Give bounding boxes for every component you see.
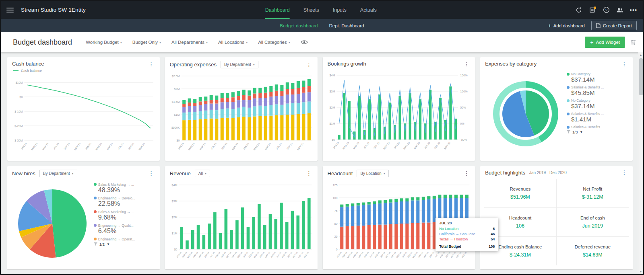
location-dropdown[interactable]: By Location▾ xyxy=(357,170,388,177)
svg-text:SEP 20: SEP 20 xyxy=(433,142,441,150)
trash-icon[interactable] xyxy=(631,39,636,45)
refresh-icon[interactable] xyxy=(575,6,583,14)
svg-text:NOV 20: NOV 20 xyxy=(444,142,451,150)
legend-pager[interactable]: 1/2 ▼ xyxy=(94,242,155,246)
more-icon[interactable]: ••• xyxy=(630,6,638,14)
svg-text:NOV 19: NOV 19 xyxy=(231,251,237,258)
filter-locations[interactable]: All Locations▾ xyxy=(218,40,248,45)
filter-bar: Working Budget▾ Budget Only▾ All Departm… xyxy=(86,40,290,45)
nav-tab-dashboard[interactable]: Dashboard xyxy=(265,1,290,19)
chevron-down-icon: ▾ xyxy=(246,41,248,44)
widget-menu-icon[interactable]: ⋮ xyxy=(148,61,155,67)
app-title: Stream Studio SW 1Entity xyxy=(21,7,86,13)
legend-label: Cash balance xyxy=(21,69,42,73)
svg-text:50%: 50% xyxy=(460,106,466,109)
department-dropdown[interactable]: By Department▾ xyxy=(39,170,77,177)
svg-text:$500K: $500K xyxy=(171,126,180,129)
svg-text:125: 125 xyxy=(332,183,337,187)
svg-text:JAN 20: JAN 20 xyxy=(242,251,248,258)
visibility-eye-icon[interactable] xyxy=(301,40,308,45)
legend-entry-value: $37.14M xyxy=(571,76,628,83)
add-dashboard-button[interactable]: + Add dashboard xyxy=(548,23,585,29)
svg-text:$4M: $4M xyxy=(329,74,335,77)
svg-text:$1.5M: $1.5M xyxy=(171,101,180,104)
widget-title: Expenses by category xyxy=(485,61,537,67)
widget-bookings-growth: Bookings growth ⋮ $0$1M$2M$3M$4MJAN 19MA… xyxy=(323,57,475,161)
svg-text:NOV 20: NOV 20 xyxy=(297,251,304,258)
widget-menu-icon[interactable]: ⋮ xyxy=(305,170,313,176)
chart-tooltip: JUL 20 No Location6 California → San Jos… xyxy=(436,218,498,251)
widget-menu-icon[interactable]: ⋮ xyxy=(305,62,313,68)
scope-dropdown[interactable]: All▾ xyxy=(195,170,210,177)
tab-budget-dashboard[interactable]: Budget dashboard xyxy=(280,23,318,28)
widget-menu-icon[interactable]: ⋮ xyxy=(621,170,628,175)
scrollbar-track[interactable] xyxy=(638,57,643,269)
legend-entry-label: Engineering → Operat... xyxy=(94,237,155,241)
svg-text:$-30M: $-30M xyxy=(14,139,23,142)
filter-budget-only[interactable]: Budget Only▾ xyxy=(132,40,161,45)
create-report-button[interactable]: Create Report xyxy=(591,21,637,30)
tooltip-total-row: Total Budget106 xyxy=(439,243,495,248)
pie-legend: Sales & Marketing → ... 48.39% Engineeri… xyxy=(94,179,155,268)
metric-cell: Revenues$51.96M xyxy=(484,179,556,208)
add-widget-button[interactable]: + Add Widget xyxy=(585,37,625,48)
filter-working-budget[interactable]: Working Budget▾ xyxy=(86,40,122,45)
widget-menu-icon[interactable]: ⋮ xyxy=(463,61,470,67)
filter-categories[interactable]: All Categories▾ xyxy=(258,40,290,45)
svg-text:$0: $0 xyxy=(20,96,23,99)
main-nav: Dashboard Sheets Inputs Actuals xyxy=(265,1,377,19)
legend-pager[interactable]: 1/3 ▼ xyxy=(567,130,628,134)
svg-text:$2.5M: $2.5M xyxy=(171,75,180,78)
widget-title: Operating expenses xyxy=(170,62,217,68)
svg-text:MAR 19: MAR 19 xyxy=(186,251,193,258)
metric-cell: Deferred revenue$14.63M xyxy=(557,237,629,266)
chart-legend: Cash balance xyxy=(7,68,160,73)
svg-text:APR 20: APR 20 xyxy=(259,251,265,258)
pager-down-icon[interactable]: ▼ xyxy=(580,130,583,134)
legend-dot xyxy=(567,73,570,76)
help-icon[interactable]: ? xyxy=(602,6,610,14)
filter-departments[interactable]: All Departments▾ xyxy=(171,40,208,45)
tasks-icon[interactable] xyxy=(588,6,597,14)
tab-dept-dashboard[interactable]: Dept. Dashboard xyxy=(329,23,364,28)
nav-tab-actuals[interactable]: Actuals xyxy=(360,1,377,19)
svg-text:$-20M: $-20M xyxy=(14,125,23,128)
scroll-down-icon[interactable]: ▼ xyxy=(640,269,642,274)
dashboard-toolbar: Budget dashboard Working Budget▾ Budget … xyxy=(1,32,643,52)
page-title: Budget dashboard xyxy=(13,38,72,47)
widget-expenses-by-category: Expenses by category ⋮ No Category $37.1… xyxy=(480,57,633,161)
widget-title: Bookings growth xyxy=(328,61,366,67)
svg-text:APR 19: APR 19 xyxy=(192,251,199,258)
widget-menu-icon[interactable]: ⋮ xyxy=(463,170,470,176)
plus-icon: + xyxy=(548,23,551,29)
svg-text:50: 50 xyxy=(334,222,337,225)
scrollbar-thumb[interactable] xyxy=(639,58,643,95)
department-dropdown[interactable]: By Department▾ xyxy=(221,61,258,68)
widget-menu-icon[interactable]: ⋮ xyxy=(148,170,155,176)
nav-tab-sheets[interactable]: Sheets xyxy=(303,1,319,19)
tooltip-row: California → San Jose46 xyxy=(439,232,495,236)
legend-entry-label: No Category xyxy=(567,72,628,76)
svg-text:MAY 20: MAY 20 xyxy=(413,142,421,150)
widget-revenue: Revenue All▾ ⋮ $0$1M$2M$3M$4MJAN 19FEB 1… xyxy=(165,166,318,270)
vertical-scrollbar[interactable]: ▲ ▼ xyxy=(638,52,643,274)
users-icon[interactable] xyxy=(616,6,624,14)
svg-text:JUL 20: JUL 20 xyxy=(118,142,124,150)
svg-text:25: 25 xyxy=(334,235,337,238)
svg-text:DEC 20: DEC 20 xyxy=(303,251,310,258)
legend-entry-label: Salaries & Benefits ... xyxy=(567,85,628,89)
nav-tab-inputs[interactable]: Inputs xyxy=(333,1,347,19)
pager-down-icon[interactable]: ▼ xyxy=(107,242,110,246)
widget-title: Headcount xyxy=(328,170,353,176)
cash-balance-line-chart: $10M$0$-10M$-20M$-30MJAN 19MAR 19MAY 19J… xyxy=(10,73,157,160)
widget-menu-icon[interactable]: ⋮ xyxy=(621,61,628,67)
scroll-up-icon[interactable]: ▲ xyxy=(640,52,642,57)
chevron-down-icon: ▾ xyxy=(206,41,208,44)
widget-title: Cash balance xyxy=(12,61,44,67)
legend-entry-value: 9.68% xyxy=(98,214,155,221)
svg-text:SEP 20: SEP 20 xyxy=(286,142,293,150)
menu-icon[interactable] xyxy=(6,8,14,12)
pager-count: 1/3 xyxy=(572,130,578,134)
svg-text:NOV 19: NOV 19 xyxy=(231,142,239,151)
legend-entry-value: $37.14M xyxy=(571,103,628,109)
